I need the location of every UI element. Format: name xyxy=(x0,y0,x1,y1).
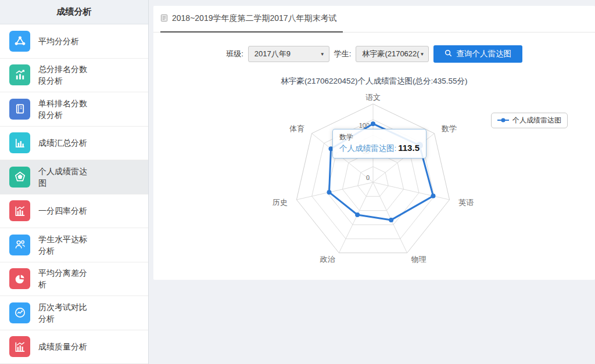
line-bar-chart-icon xyxy=(9,200,30,221)
legend-personal-radar[interactable]: 个人成绩雷达图 xyxy=(491,113,568,128)
sidebar-item-label: 成绩质量分析 xyxy=(38,341,93,352)
sidebar-item-5[interactable]: 一分四率分析 xyxy=(0,194,148,229)
sidebar: 成绩分析 平均分分析总分排名分数段分析单科排名分数段分析成绩汇总分析个人成绩雷达… xyxy=(0,0,149,364)
legend-label: 个人成绩雷达图 xyxy=(512,116,561,125)
radar-data-point xyxy=(327,190,332,194)
sidebar-item-label: 平均分离差分析 xyxy=(38,267,93,290)
content-card: 2018~2019学年度第二学期2017八年期末考试 班级: 2017八年9 ▼… xyxy=(153,6,595,280)
sidebar-menu: 平均分分析总分排名分数段分析单科排名分数段分析成绩汇总分析个人成绩雷达图一分四率… xyxy=(0,24,148,364)
radar-data-point xyxy=(431,194,436,199)
radar-data-point xyxy=(371,121,375,126)
radar-tick-label: 0 xyxy=(366,174,370,181)
sidebar-item-4[interactable]: 个人成绩雷达图 xyxy=(0,160,148,194)
triangle-nodes-icon xyxy=(9,31,30,52)
radar-axis-label: 英语 xyxy=(458,198,474,207)
sidebar-item-9[interactable]: 成绩质量分析 xyxy=(0,330,148,364)
pentagon-icon xyxy=(9,167,30,188)
radar-axis-label: 体育 xyxy=(289,124,304,133)
radar-tick-label: 100 xyxy=(359,122,370,129)
bars-arrow-icon xyxy=(9,64,30,85)
sidebar-item-label: 成绩汇总分析 xyxy=(38,137,93,149)
book-icon xyxy=(9,99,30,120)
radar-axis-label: 语文 xyxy=(365,93,381,102)
line-dot-marker-icon xyxy=(497,117,509,125)
pie-icon xyxy=(9,268,30,289)
sidebar-title: 成绩分析 xyxy=(0,0,148,24)
sidebar-item-8[interactable]: 历次考试对比分析 xyxy=(0,296,148,330)
radar-axis-label: 历史 xyxy=(273,198,288,207)
sidebar-item-1[interactable]: 总分排名分数段分析 xyxy=(0,59,148,93)
sidebar-item-3[interactable]: 成绩汇总分析 xyxy=(0,127,148,161)
radar-data-point xyxy=(389,218,393,222)
radar-data-point xyxy=(355,212,360,217)
sidebar-item-0[interactable]: 平均分分析 xyxy=(0,24,148,59)
chart-tooltip: 数学 个人成绩雷达图:113.5 xyxy=(332,129,426,158)
sidebar-item-6[interactable]: 学生水平达标分析 xyxy=(0,228,148,262)
bar-chart-icon xyxy=(9,132,30,153)
sidebar-item-label: 一分四率分析 xyxy=(38,205,93,217)
sidebar-item-7[interactable]: 平均分离差分析 xyxy=(0,262,148,297)
sidebar-item-2[interactable]: 单科排名分数段分析 xyxy=(0,92,148,127)
tooltip-subject: 数学 xyxy=(339,132,420,142)
sidebar-item-label: 个人成绩雷达图 xyxy=(38,165,93,189)
radar-axis-label: 政治 xyxy=(320,255,336,264)
radar-axis-label: 数学 xyxy=(441,124,457,133)
compare-icon xyxy=(9,302,30,323)
tooltip-value: 113.5 xyxy=(398,143,420,153)
sidebar-item-label: 历次考试对比分析 xyxy=(38,301,93,325)
sidebar-item-label: 平均分分析 xyxy=(38,35,93,47)
line-bar-chart-icon xyxy=(9,336,30,357)
radar-axis-label: 物理 xyxy=(411,255,426,264)
students-icon xyxy=(9,235,30,255)
sidebar-item-label: 总分排名分数段分析 xyxy=(38,63,93,87)
sidebar-item-label: 学生水平达标分析 xyxy=(38,233,93,257)
tooltip-series: 个人成绩雷达图 xyxy=(339,144,395,153)
sidebar-item-label: 单科排名分数段分析 xyxy=(38,98,93,121)
